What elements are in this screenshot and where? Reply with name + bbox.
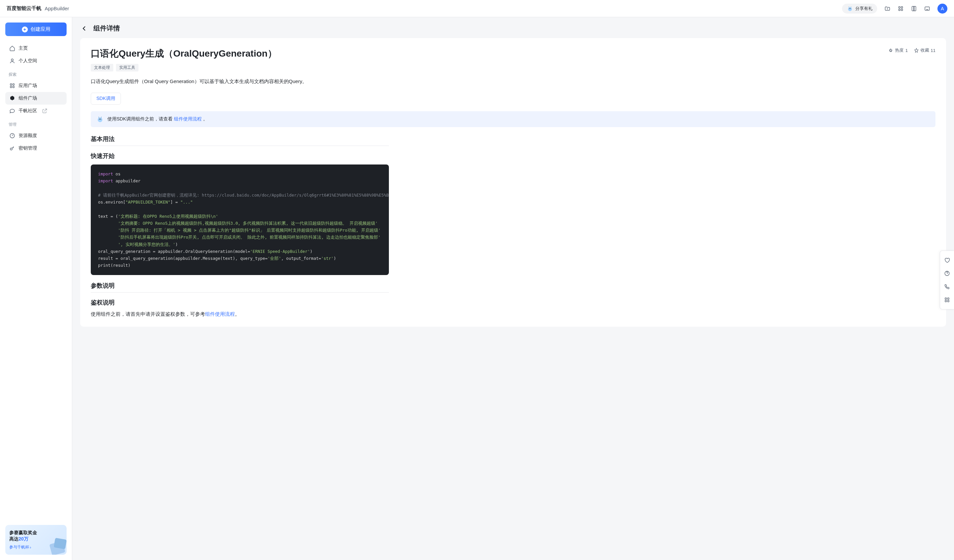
float-grid[interactable] bbox=[940, 293, 954, 306]
svg-point-18 bbox=[99, 119, 100, 120]
fire-icon bbox=[889, 48, 893, 53]
sidebar-item-keys[interactable]: 密钥管理 bbox=[5, 142, 67, 154]
fav-meta[interactable]: 收藏 11 bbox=[914, 47, 935, 53]
share-label: 分享有礼 bbox=[855, 6, 873, 12]
svg-rect-22 bbox=[948, 298, 949, 300]
community-icon bbox=[9, 108, 15, 114]
svg-rect-10 bbox=[13, 84, 14, 86]
sidebar-item-community[interactable]: 千帆社区 bbox=[5, 104, 67, 117]
svg-rect-24 bbox=[948, 300, 949, 302]
svg-point-1 bbox=[849, 8, 850, 9]
detail-card: 口语化Query生成（OralQueryGeneration） 热度 1 收藏 … bbox=[80, 38, 946, 327]
usage-flow-link[interactable]: 组件使用流程 bbox=[174, 116, 202, 121]
section-basic: 基本用法 bbox=[91, 135, 389, 146]
tag-item: 文本处理 bbox=[91, 64, 113, 72]
info-bar: 使用SDK调用组件之前，请查看 组件使用流程 。 bbox=[91, 111, 935, 127]
svg-rect-3 bbox=[899, 6, 900, 8]
float-help[interactable] bbox=[940, 267, 954, 280]
component-title: 口语化Query生成（OralQueryGeneration） bbox=[91, 47, 277, 60]
heat-meta[interactable]: 热度 1 bbox=[889, 47, 908, 53]
sidebar-item-app-market[interactable]: 应用广场 bbox=[5, 79, 67, 92]
svg-rect-9 bbox=[10, 84, 12, 86]
usage-flow-link-2[interactable]: 组件使用流程 bbox=[205, 311, 235, 317]
chevron-right-icon: › bbox=[30, 545, 31, 550]
book-icon[interactable] bbox=[911, 6, 917, 12]
nav-section-manage: 管理 bbox=[5, 119, 67, 129]
external-link-icon bbox=[42, 108, 48, 114]
create-app-button[interactable]: + 创建应用 bbox=[5, 22, 67, 36]
mascot-icon bbox=[96, 115, 104, 123]
sidebar-item-home[interactable]: 主页 bbox=[5, 42, 67, 54]
message-icon[interactable] bbox=[924, 6, 930, 12]
component-desc: 口语化Query生成组件（Oral Query Generation）可以基于输… bbox=[91, 78, 935, 86]
share-button[interactable]: 分享有礼 bbox=[842, 4, 877, 14]
svg-point-14 bbox=[10, 148, 12, 150]
header-right: 分享有礼 A bbox=[842, 4, 947, 14]
svg-point-17 bbox=[98, 118, 102, 122]
svg-rect-23 bbox=[945, 300, 947, 302]
svg-point-0 bbox=[848, 7, 852, 11]
meta-row: 热度 1 收藏 11 bbox=[889, 47, 935, 53]
tab-bar: SDK调用 bbox=[91, 93, 935, 104]
page-head: 组件详情 bbox=[80, 24, 946, 33]
svg-rect-4 bbox=[901, 6, 903, 8]
tag-row: 文本处理 实用工具 bbox=[91, 64, 935, 72]
section-params: 参数说明 bbox=[91, 282, 389, 292]
svg-rect-11 bbox=[10, 86, 12, 88]
top-header: 百度智能云千帆 AppBuilder 分享有礼 A bbox=[0, 0, 954, 17]
promo-card[interactable]: 参赛赢取奖金 高达20万 参与千帆杯 › bbox=[5, 525, 67, 555]
sidebar: + 创建应用 主页 个人空间 探索 应用广场 组件广场 bbox=[0, 17, 72, 560]
gauge-icon bbox=[9, 133, 15, 139]
folder-icon[interactable] bbox=[884, 6, 890, 12]
svg-point-2 bbox=[850, 8, 851, 9]
header-left: 百度智能云千帆 AppBuilder bbox=[7, 5, 69, 12]
svg-rect-6 bbox=[901, 9, 903, 11]
avatar[interactable]: A bbox=[937, 4, 947, 14]
svg-rect-12 bbox=[13, 86, 14, 88]
tab-sdk[interactable]: SDK调用 bbox=[91, 93, 121, 104]
float-toolbar bbox=[940, 250, 954, 310]
logo-main[interactable]: 百度智能云千帆 bbox=[7, 5, 41, 12]
mascot-icon bbox=[846, 5, 853, 12]
main-content: 组件详情 口语化Query生成（OralQueryGeneration） 热度 … bbox=[72, 17, 954, 560]
tag-item: 实用工具 bbox=[116, 64, 139, 72]
key-icon bbox=[9, 145, 15, 151]
code-block[interactable]: import os import appbuilder # 请前往千帆AppBu… bbox=[91, 165, 389, 275]
logo-sub[interactable]: AppBuilder bbox=[45, 6, 69, 11]
svg-rect-21 bbox=[945, 298, 947, 300]
back-button[interactable] bbox=[80, 25, 88, 33]
sidebar-item-resource[interactable]: 资源额度 bbox=[5, 129, 67, 142]
apps-icon bbox=[9, 83, 15, 89]
sidebar-item-component-market[interactable]: 组件广场 bbox=[5, 92, 67, 104]
nav-section-explore: 探索 bbox=[5, 69, 67, 79]
svg-point-19 bbox=[100, 119, 101, 120]
section-quickstart: 快速开始 bbox=[91, 152, 389, 160]
plus-icon: + bbox=[22, 26, 28, 33]
home-icon bbox=[9, 45, 15, 51]
svg-rect-5 bbox=[899, 9, 900, 11]
star-icon bbox=[914, 48, 919, 53]
promo-deco-icon bbox=[47, 535, 67, 555]
auth-text: 使用组件之前，请首先申请并设置鉴权参数，可参考组件使用流程。 bbox=[91, 311, 389, 317]
grid-icon[interactable] bbox=[898, 6, 904, 12]
float-heart[interactable] bbox=[940, 254, 954, 267]
sidebar-item-personal[interactable]: 个人空间 bbox=[5, 54, 67, 67]
float-phone[interactable] bbox=[940, 280, 954, 293]
section-auth: 鉴权说明 bbox=[91, 299, 389, 306]
page-head-title: 组件详情 bbox=[94, 24, 120, 33]
user-icon bbox=[9, 58, 15, 64]
component-icon bbox=[9, 95, 15, 101]
svg-point-8 bbox=[11, 59, 13, 61]
svg-rect-16 bbox=[54, 538, 67, 549]
